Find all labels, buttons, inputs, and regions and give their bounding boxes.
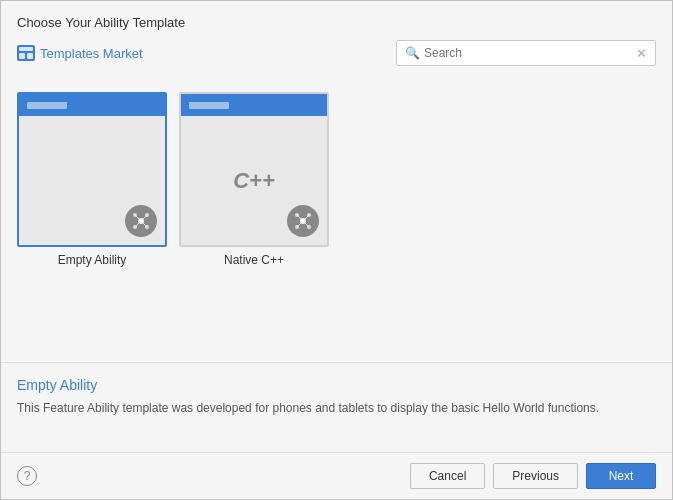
- svg-line-12: [141, 221, 147, 227]
- templates-market-label: Templates Market: [40, 46, 143, 61]
- template-card-native-cpp[interactable]: C++: [179, 92, 329, 247]
- cancel-button[interactable]: Cancel: [410, 463, 485, 489]
- previous-button[interactable]: Previous: [493, 463, 578, 489]
- template-label-empty-ability: Empty Ability: [58, 253, 127, 267]
- svg-line-9: [135, 215, 141, 221]
- toolbar: Templates Market 🔍 ✕: [17, 40, 656, 66]
- svg-line-20: [297, 221, 303, 227]
- templates-grid: Empty Ability C++: [17, 92, 656, 267]
- template-card-header: [19, 94, 165, 116]
- template-item-native-cpp[interactable]: C++: [179, 92, 329, 267]
- search-icon: 🔍: [405, 46, 420, 60]
- footer-buttons: Cancel Previous Next: [410, 463, 656, 489]
- svg-rect-1: [19, 47, 33, 51]
- search-clear-icon[interactable]: ✕: [636, 46, 647, 61]
- network-icon: [131, 211, 151, 231]
- cpp-logo: C++: [233, 168, 275, 194]
- choose-ability-dialog: Choose Your Ability Template Templates M…: [0, 0, 673, 500]
- svg-rect-3: [27, 53, 33, 59]
- template-label-native-cpp: Native C++: [224, 253, 284, 267]
- svg-line-11: [135, 221, 141, 227]
- template-card-header-cpp: [181, 94, 327, 116]
- dialog-title: Choose Your Ability Template: [17, 15, 656, 30]
- template-item-empty-ability[interactable]: Empty Ability: [17, 92, 167, 267]
- market-icon: [17, 45, 35, 61]
- svg-line-21: [303, 221, 309, 227]
- svg-line-10: [141, 215, 147, 221]
- search-input[interactable]: [424, 46, 624, 60]
- svg-rect-2: [19, 53, 25, 59]
- svg-line-19: [303, 215, 309, 221]
- description-text: This Feature Ability template was develo…: [17, 399, 656, 417]
- template-card-empty-ability[interactable]: [17, 92, 167, 247]
- search-box[interactable]: 🔍 ✕: [396, 40, 656, 66]
- native-cpp-badge: [287, 205, 319, 237]
- template-header-bar-cpp: [189, 102, 229, 109]
- templates-market-link[interactable]: Templates Market: [17, 45, 143, 61]
- empty-ability-badge: [125, 205, 157, 237]
- help-icon[interactable]: ?: [17, 466, 37, 486]
- description-title: Empty Ability: [17, 377, 656, 393]
- content-area: Empty Ability C++: [1, 82, 672, 362]
- dialog-header: Choose Your Ability Template Templates M…: [1, 1, 672, 82]
- template-header-bar: [27, 102, 67, 109]
- dialog-footer: ? Cancel Previous Next: [1, 452, 672, 499]
- next-button[interactable]: Next: [586, 463, 656, 489]
- svg-line-18: [297, 215, 303, 221]
- description-area: Empty Ability This Feature Ability templ…: [1, 362, 672, 452]
- network-icon-cpp: [293, 211, 313, 231]
